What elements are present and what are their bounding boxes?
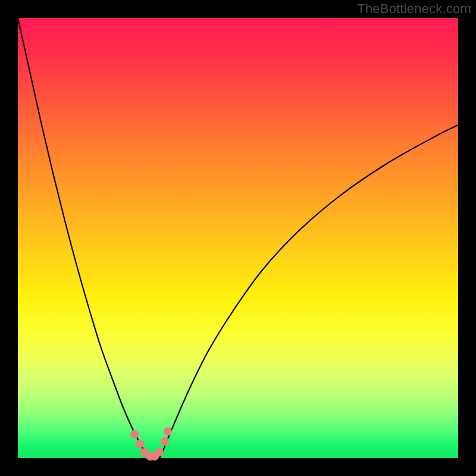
curve-left-branch xyxy=(18,18,149,458)
floor-dot xyxy=(136,440,144,448)
watermark-text: TheBottleneck.com xyxy=(357,1,471,17)
floor-dots-group xyxy=(130,427,172,461)
floor-dot xyxy=(161,437,169,446)
floor-dot xyxy=(155,448,164,456)
curve-right-branch xyxy=(159,125,458,458)
chart-frame: TheBottleneck.com xyxy=(0,0,476,476)
chart-svg xyxy=(18,18,458,458)
floor-dot xyxy=(130,430,139,439)
floor-dot xyxy=(164,427,172,436)
plot-area xyxy=(18,18,458,458)
